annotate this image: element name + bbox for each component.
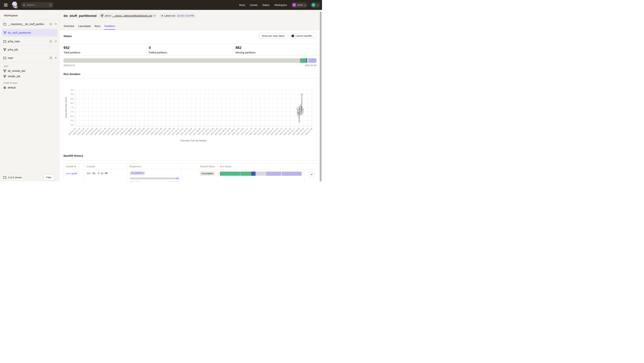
job-icon: [4, 48, 6, 51]
nav-link-runs[interactable]: Runs: [239, 4, 245, 6]
bar-segment: [64, 58, 300, 63]
latest-run-link[interactable]: Jul 30, 5:14 PM: [177, 14, 194, 17]
tab-overview[interactable]: Overview: [64, 25, 74, 30]
partition-range-end: 2022-07-30: [305, 64, 316, 67]
backfill-row: jozrgsbh Jul 30, 5:12 PM 60 partitions 2…: [64, 169, 319, 182]
run-status-bar[interactable]: [220, 172, 302, 176]
sidebar-item-prha-repo[interactable]: prha_repo1: [0, 37, 59, 46]
latest-run-badge: Latest run: Jul 30, 5:14 PM: [160, 13, 196, 18]
caret-down-icon[interactable]: [55, 41, 57, 42]
backfill-created-cell: Jul 30, 5:12 PM: [84, 169, 127, 182]
job-label: all_cereals_job: [8, 70, 25, 72]
scrollbar-thumb[interactable]: [320, 12, 322, 182]
bar-segment: [309, 58, 316, 63]
bar-segment: [240, 172, 251, 176]
sidebar-asset-group-default[interactable]: default: [0, 85, 59, 90]
expand-row-button[interactable]: [309, 172, 314, 177]
sidebar-item-repository-do-stuff-partitio[interactable]: __repository__do_stuff_partitio...1: [0, 20, 59, 28]
tab-launchpad[interactable]: Launchpad: [78, 25, 91, 30]
sidebar-job-all-cereals-job[interactable]: all_cereals_job: [0, 68, 59, 74]
svg-text:6.0: 6.0: [71, 120, 74, 122]
requested-range-end: 2022-07-30: [168, 181, 179, 182]
user-menu[interactable]: P: [311, 2, 320, 8]
status-heading: Status: [64, 34, 72, 38]
caret-down-icon[interactable]: [55, 24, 57, 25]
column-header-backfill-status: Backfill Status: [181, 164, 218, 169]
svg-text:9.5: 9.5: [71, 89, 74, 91]
bar-segment: [300, 58, 306, 63]
sidebar-footer: 3 of 3 shown Filter: [0, 173, 59, 182]
job-origin-badge: Job in __reposi...artitioned@partitioned…: [99, 13, 158, 18]
data-point: [302, 110, 304, 112]
main-area: do_stuff_partitioned Job in __reposi...a…: [59, 10, 322, 182]
folder-icon: [4, 23, 6, 25]
backfill-status-cell: Incomplete: [181, 169, 218, 182]
launch-backfill-button[interactable]: Launch backfill...: [289, 33, 316, 39]
latest-run-prefix: Latest run:: [164, 14, 176, 17]
requested-range-start: 2020-01-01: [130, 181, 141, 182]
asset-groups-heading: Asset Groups: [0, 80, 59, 85]
job-icon: [4, 31, 6, 34]
nav-link-status[interactable]: Status: [262, 4, 270, 6]
search-input[interactable]: Search... /: [21, 2, 54, 8]
svg-text:8.5: 8.5: [71, 98, 74, 100]
refresh-icon[interactable]: ⟳: [154, 14, 156, 17]
data-point: [302, 108, 304, 110]
shown-count-label: 3 of 3 shown: [8, 176, 44, 179]
backfill-status-pill: Incomplete: [200, 171, 215, 176]
partition-status-bar[interactable]: [64, 58, 316, 63]
jobs-group: Jobs all_cereals_jobsimple_job: [0, 64, 59, 79]
nav-link-assets[interactable]: Assets: [250, 4, 258, 6]
column-header-backfill-id: Backfill Id: [64, 164, 84, 169]
search-placeholder: Search...: [27, 4, 49, 6]
page-title: do_stuff_partitioned: [64, 14, 96, 18]
tab-partitions[interactable]: Partitions: [104, 25, 115, 30]
bar-segment: [251, 172, 255, 176]
column-header-created: Created: [84, 164, 127, 169]
bar-segment: [266, 172, 281, 176]
menu-icon[interactable]: [4, 4, 8, 6]
caret-down-icon[interactable]: [55, 58, 57, 58]
plus-icon: [292, 34, 294, 37]
sidebar-item-repo[interactable]: repo3: [0, 54, 59, 62]
job-origin-link[interactable]: __reposi...artitioned@partitioned_job: [112, 14, 152, 17]
search-shortcut-key: /: [49, 3, 52, 7]
page-scrollbar: [319, 10, 322, 182]
filter-button[interactable]: Filter: [44, 174, 54, 180]
bar-segment: [220, 172, 240, 176]
sidebar-title: Workspace: [4, 14, 18, 17]
bar-segment: [130, 178, 176, 179]
top-nav: Search... / RunsAssetsStatusWorkspace P …: [0, 0, 322, 10]
job-label: simple_job: [8, 75, 20, 78]
nav-links: RunsAssetsStatusWorkspace: [239, 4, 287, 6]
svg-text:5.5: 5.5: [71, 124, 74, 126]
svg-text:7.0: 7.0: [71, 111, 74, 113]
deployment-switcher[interactable]: P prod: [292, 2, 308, 8]
dagster-logo[interactable]: [11, 1, 19, 9]
search-icon: [23, 4, 25, 6]
backfill-history-heading: Backfill History: [64, 154, 83, 157]
data-point: [298, 121, 300, 122]
sidebar-item-do-stuff-partitioned[interactable]: do_stuff_partitioned: [0, 28, 59, 37]
requested-partitions-badge[interactable]: 60 partitions: [130, 171, 145, 175]
chevron-down-icon: [304, 4, 306, 6]
svg-text:9.0: 9.0: [71, 93, 74, 95]
nav-link-workspace[interactable]: Workspace: [274, 4, 287, 6]
jobs-heading: Jobs: [0, 64, 59, 68]
backfill-id-link[interactable]: jozrgsbh: [66, 172, 77, 175]
data-point: [299, 106, 301, 108]
job-origin-prefix: Job in: [105, 14, 111, 17]
show-per-step-status-button[interactable]: Show per-step status: [259, 33, 288, 39]
tab-runs[interactable]: Runs: [94, 25, 101, 30]
sidebar-item-label: repo: [8, 56, 13, 59]
folder-icon: [4, 176, 6, 178]
run-duration-chart: 2020-01-012020-01-182020-02-042020-02-21…: [64, 81, 315, 143]
svg-text:6.5: 6.5: [71, 115, 74, 117]
sidebar-item-label: do_stuff_partitioned: [8, 31, 31, 34]
row-actions-cell: [304, 169, 319, 182]
sidebar-job-simple-job[interactable]: simple_job: [0, 74, 59, 79]
column-header-requested: Requested: [127, 164, 181, 169]
item-count-badge: 1: [49, 22, 53, 26]
sidebar-item-prha-job[interactable]: prha_job: [0, 46, 59, 54]
svg-text:Execution Time by Partition: Execution Time by Partition: [180, 140, 207, 142]
